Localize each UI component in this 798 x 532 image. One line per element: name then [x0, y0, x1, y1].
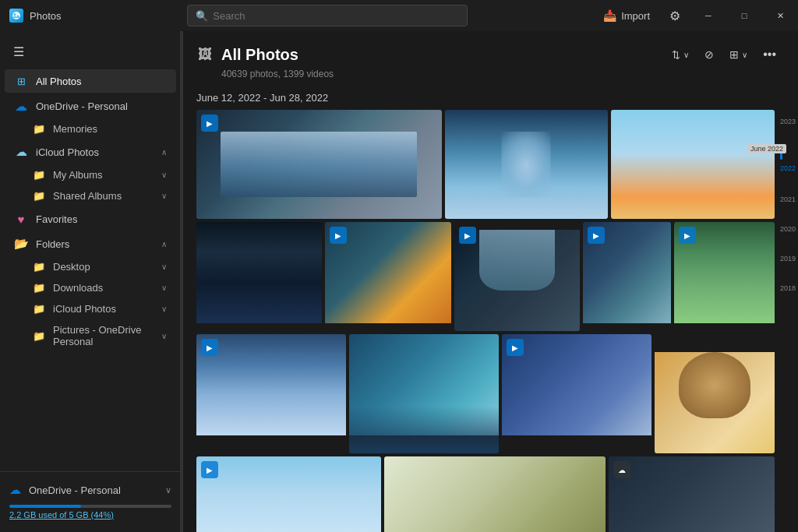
photo-cell[interactable] — [349, 334, 499, 453]
photo-cell[interactable] — [196, 222, 322, 331]
badge-icon: ▶ — [512, 344, 518, 352]
timeline-label-2018[interactable]: 2018 — [780, 284, 796, 292]
date-range: June 12, 2022 - Jun 28, 2022 — [196, 92, 782, 104]
badge-icon: ▶ — [593, 231, 599, 240]
sidebar-item-label: Shared Albums — [53, 190, 154, 202]
titlebar-left: Photos — [9, 9, 61, 23]
settings-button[interactable]: ⚙ — [659, 0, 690, 31]
photo-badge: ▶ — [679, 227, 696, 244]
photo-badge: ▶ — [507, 339, 524, 356]
photo-cell[interactable] — [445, 110, 609, 219]
sidebar-item-onedrive[interactable]: ☁ OneDrive - Personal — [5, 94, 176, 118]
minimize-icon: ─ — [705, 11, 711, 20]
titlebar-right: 📥 Import ⚙ ─ □ ✕ — [594, 0, 798, 31]
sidebar-item-memories[interactable]: 📁 Memories — [5, 119, 176, 139]
sidebar-item-desktop[interactable]: 📁 Desktop ∨ — [5, 257, 176, 277]
onedrive-label: OneDrive - Personal — [29, 484, 157, 496]
search-input[interactable] — [213, 10, 459, 22]
chevron-down-icon: ∨ — [161, 305, 167, 313]
photo-badge: ▶ — [201, 461, 218, 478]
folder-icon: 📁 — [33, 169, 45, 181]
close-button[interactable]: ✕ — [762, 0, 798, 31]
import-button[interactable]: 📥 Import — [594, 6, 659, 25]
folder-icon: 📁 — [33, 261, 45, 273]
app-icon — [9, 9, 23, 23]
badge-icon: ▶ — [207, 344, 213, 352]
heart-icon: ♥ — [14, 212, 28, 226]
photo-cell[interactable]: ▶ — [196, 334, 346, 453]
photo-cell[interactable]: ▶ — [196, 110, 442, 219]
sidebar-item-label: All Photos — [36, 76, 167, 87]
timeline-label-2023[interactable]: 2023 — [780, 118, 796, 125]
view-chevron: ∨ — [742, 51, 747, 59]
storage-link[interactable]: 2.2 GB used of 5 GB (44%) — [9, 510, 114, 520]
search-box[interactable]: 🔍 — [187, 5, 468, 26]
storage-fill — [9, 505, 81, 508]
photo-cell[interactable]: ▶ — [674, 222, 775, 331]
content-area: 🖼 All Photos ⇅ ∨ ⊘ ⊞ ∨ — [181, 31, 798, 532]
photo-image — [196, 110, 442, 219]
all-photos-icon: 🖼 — [196, 46, 214, 63]
filter-button[interactable]: ⊘ — [698, 44, 720, 65]
sidebar-item-icloud-folder[interactable]: 📁 iCloud Photos ∨ — [5, 299, 176, 319]
maximize-button[interactable]: □ — [726, 0, 762, 31]
sidebar-item-label: Memories — [53, 123, 97, 135]
photo-cell[interactable]: ▶ — [325, 222, 450, 331]
photo-grid-wrapper[interactable]: ▶ ☁ — [181, 110, 798, 532]
sidebar-item-icloud[interactable]: ☁ iCloud Photos ∧ — [5, 140, 176, 164]
sidebar-item-label: Favorites — [36, 213, 167, 225]
cloud-bottom-icon: ☁ — [9, 483, 21, 497]
hamburger-button[interactable]: ☰ — [3, 37, 34, 65]
content-title-row: 🖼 All Photos ⇅ ∨ ⊘ ⊞ ∨ — [196, 44, 782, 65]
photo-cell[interactable]: ▶ — [502, 334, 651, 453]
sidebar-item-shared-albums[interactable]: 📁 Shared Albums ∨ — [5, 186, 176, 206]
filter-icon: ⊘ — [704, 48, 714, 61]
minimize-button[interactable]: ─ — [690, 0, 726, 31]
chevron-down-icon: ∨ — [161, 171, 167, 179]
sidebar-item-my-albums[interactable]: 📁 My Albums ∨ — [5, 165, 176, 185]
more-icon: ••• — [763, 48, 776, 62]
content-title: 🖼 All Photos — [196, 46, 298, 64]
more-button[interactable]: ••• — [757, 44, 782, 65]
photo-cell[interactable]: ☁ 📷 — [611, 110, 775, 219]
sidebar-item-favorites[interactable]: ♥ Favorites — [5, 207, 176, 231]
grid-icon: ⊞ — [14, 74, 28, 88]
photo-cell[interactable]: ▶ — [196, 456, 381, 532]
photo-cell[interactable] — [384, 456, 606, 532]
svg-point-0 — [12, 12, 20, 19]
titlebar-center: 🔍 — [61, 5, 594, 26]
view-button[interactable]: ⊞ ∨ — [723, 44, 754, 65]
timeline-label-2021[interactable]: 2021 — [780, 196, 796, 203]
folder-icon: 📁 — [33, 282, 45, 294]
photo-cell[interactable] — [655, 334, 775, 453]
content-header: 🖼 All Photos ⇅ ∨ ⊘ ⊞ ∨ — [181, 31, 798, 86]
app-title: Photos — [30, 10, 61, 22]
photo-cell[interactable]: ▶ — [454, 222, 580, 331]
chevron-up-icon: ∧ — [161, 240, 167, 248]
titlebar: Photos 🔍 📥 Import ⚙ ─ □ ✕ — [0, 0, 798, 31]
photo-image — [196, 334, 346, 435]
sidebar-item-pictures-onedrive[interactable]: 📁 Pictures - OneDrive Personal ∨ — [5, 320, 176, 351]
onedrive-bottom-item[interactable]: ☁ OneDrive - Personal ∨ — [9, 478, 171, 502]
photo-badge: ▶ — [330, 227, 347, 244]
chevron-down-icon: ∨ — [161, 332, 167, 340]
photo-image — [384, 456, 606, 532]
cloud-icon: ☁ — [14, 99, 28, 113]
sidebar-resize-handle[interactable] — [180, 31, 183, 532]
sidebar-item-folders[interactable]: 📂 Folders ∧ — [5, 232, 176, 255]
sidebar-item-downloads[interactable]: 📁 Downloads ∨ — [5, 278, 176, 298]
timeline-label-2019[interactable]: 2019 — [780, 255, 796, 262]
photo-area: ▶ ☁ — [181, 110, 798, 532]
photo-cell[interactable]: ☁ — [609, 456, 775, 532]
photo-image — [196, 222, 322, 323]
photo-row-3: ▶ ▶ — [196, 334, 775, 453]
photo-row-2: ▶ ▶ ▶ — [196, 222, 775, 331]
content-subtitle: 40639 photos, 1399 videos — [221, 69, 782, 79]
sort-button[interactable]: ⇅ ∨ — [666, 45, 695, 65]
photo-cell[interactable]: ▶ — [583, 222, 671, 331]
timeline-label-2022[interactable]: 2022 — [780, 164, 796, 172]
timeline-label-2020[interactable]: 2020 — [780, 225, 796, 233]
search-icon: 🔍 — [196, 10, 208, 22]
sidebar-item-all-photos[interactable]: ⊞ All Photos — [5, 69, 176, 93]
sidebar-item-label: iCloud Photos — [53, 303, 154, 315]
